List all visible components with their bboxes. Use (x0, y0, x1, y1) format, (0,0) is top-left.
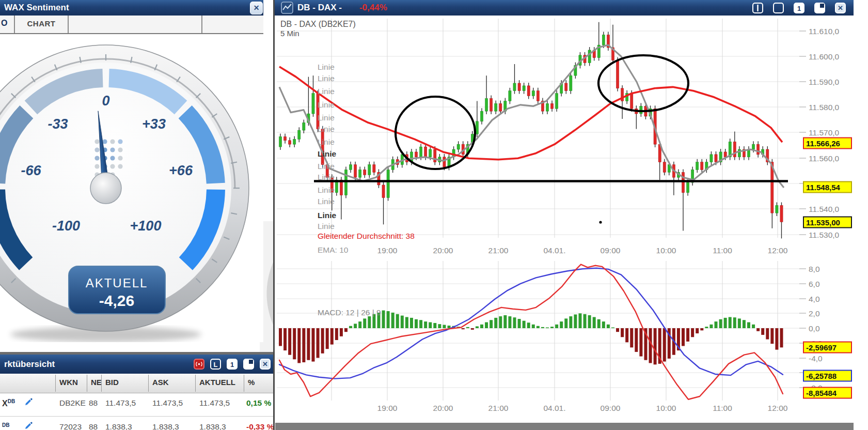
gauge-dot (94, 156, 99, 160)
macd-bar-positive (499, 316, 502, 328)
market-overview-title: rktübersicht (4, 359, 55, 370)
macd-bar-positive (747, 323, 750, 328)
macd-axis-label: 2,0 (809, 309, 820, 318)
candle-down (630, 94, 633, 109)
macd-bar-negative (696, 328, 699, 333)
candle-up (420, 147, 422, 157)
macd-bar-positive (564, 318, 567, 328)
trading-desktop: WAX Sentiment ✕ O CHART 0-33+33-66+66-10… (0, 0, 868, 430)
svg-text:✕: ✕ (838, 4, 843, 12)
candle-down (321, 129, 324, 165)
market-overview-titlebar[interactable]: rktübersicht L1✕ (0, 355, 275, 374)
svg-text:✕: ✕ (262, 360, 268, 368)
candle-down (424, 147, 427, 157)
legend-linie: Linie (318, 87, 335, 96)
column-header-aktuell[interactable]: AKTUELL (199, 378, 235, 387)
macd-bar-negative (682, 328, 685, 346)
legend-linie: Linie (318, 74, 335, 83)
svg-text:1: 1 (797, 4, 801, 12)
macd-bar-positive (546, 328, 549, 328)
macd-bar-negative (462, 328, 465, 329)
column-separator (195, 375, 196, 392)
time-axis-label: 20:00 (433, 404, 453, 412)
table-row[interactable]: XDBDB2KE8811.473,511.473,511.473,50,15 % (0, 393, 275, 416)
legend-linie: Linie (318, 137, 335, 146)
candle-down (663, 162, 666, 173)
macd-bar-positive (536, 326, 540, 328)
time-axis-label: 04.01. (543, 246, 565, 255)
macd-bar-positive (424, 321, 427, 328)
macd-bar-positive (743, 320, 746, 328)
broadcast-icon[interactable] (193, 358, 205, 370)
close-icon[interactable]: ✕ (250, 2, 263, 14)
macd-bar-negative (311, 328, 314, 362)
candle-down (757, 144, 760, 155)
legend-linie: Linie (318, 63, 335, 71)
cell-bid: 1.838,3 (105, 422, 132, 430)
chart-titlebar[interactable]: DB - DAX - -0,44% 1✕ (275, 0, 854, 16)
macd-bar-negative (756, 328, 760, 331)
column-header-ask[interactable]: ASK (152, 378, 169, 387)
chart-line-icon (281, 2, 293, 14)
edit-pencil-icon[interactable] (24, 421, 33, 430)
candle-down (289, 141, 291, 144)
close-icon[interactable]: ✕ (259, 358, 271, 370)
pane-L-icon[interactable]: L (210, 358, 222, 370)
chart-scrollbar[interactable] (275, 423, 854, 430)
chart-window: DB - DAX - -0,44% 1✕ DB - DAX (DB2KE7)5 … (273, 0, 854, 430)
candle-down (682, 172, 684, 192)
macd-bar-negative (326, 328, 329, 349)
cell-percent: 0,15 % (246, 398, 271, 408)
legend-linie: Linie (318, 186, 335, 194)
macd-bar-negative (775, 328, 778, 350)
tab-chart[interactable]: CHART (15, 19, 67, 28)
legend-linie: Linie (318, 211, 337, 220)
cell-aktuell: 1.838,3 (199, 422, 226, 430)
macd-bar-positive (476, 326, 479, 328)
candle-up (480, 111, 483, 121)
macd-bar-positive (363, 318, 366, 328)
macd-bar-positive (532, 325, 535, 328)
macd-bar-positive (490, 320, 493, 328)
macd-bar-negative (630, 328, 633, 347)
column-separator (87, 375, 87, 392)
macd-bar-positive (719, 319, 722, 328)
pane-split-icon[interactable] (752, 2, 764, 14)
column-header-wkn[interactable]: WKN (59, 378, 78, 387)
macd-bar-negative (288, 328, 291, 355)
column-header-bid[interactable]: BID (105, 378, 119, 387)
time-axis-label: 21:00 (488, 404, 509, 412)
macd-bar-positive (419, 320, 422, 328)
macd-bar-positive (433, 323, 436, 328)
tab-intro[interactable]: O (1, 19, 7, 28)
pane-corner-icon[interactable] (243, 358, 255, 370)
candle-up (344, 170, 347, 195)
pane-one-icon[interactable]: 1 (226, 358, 238, 370)
pane-corner-icon[interactable] (814, 2, 826, 14)
macd-bar-positive (578, 313, 581, 328)
pane-one-icon[interactable]: 1 (793, 2, 805, 14)
candle-up (776, 205, 778, 213)
sentiment-titlebar[interactable]: WAX Sentiment ✕ (0, 0, 263, 16)
macd-axis-label: 8,0 (809, 265, 820, 273)
time-axis-label: 10:00 (656, 404, 676, 412)
macd-bar-positive (729, 317, 732, 328)
candle-down (616, 60, 619, 88)
close-icon[interactable]: ✕ (834, 2, 846, 14)
tab-divider (14, 16, 15, 33)
axis-value-marker: 11.548,54 (803, 182, 851, 193)
table-row[interactable]: DB72023881.838,31.838,31.838,3-0,33 % (0, 416, 275, 430)
macd-bar-positive (588, 315, 591, 328)
macd-bar-positive (508, 316, 511, 328)
column-header-ne[interactable]: NE (91, 378, 102, 387)
candle-up (293, 139, 296, 144)
edit-pencil-icon[interactable] (24, 397, 33, 407)
gauge-current-value: -4,26 (99, 292, 134, 309)
cell-bid: 11.473,5 (105, 398, 136, 408)
candle-down (317, 94, 319, 129)
price-chart[interactable]: DB - DAX (DB2KE7)5 MinLinieLinieLinieLin… (275, 16, 854, 423)
pane-empty-icon[interactable] (772, 2, 784, 14)
legend-linie: Linie (318, 149, 337, 158)
column-header-%[interactable]: % (248, 378, 255, 387)
candle-up (303, 122, 305, 130)
